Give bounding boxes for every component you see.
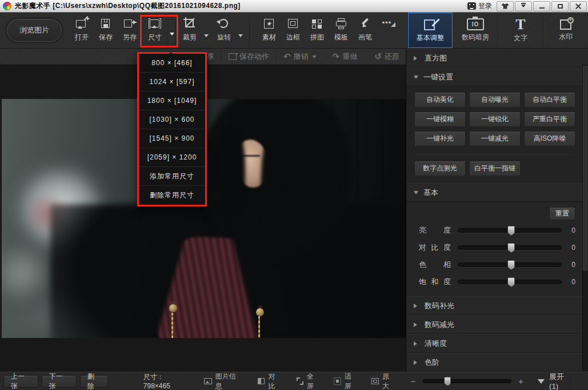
panel-digital-dim[interactable]: 数码减光 (406, 315, 588, 334)
save-as-button[interactable]: 另存 (118, 17, 142, 42)
panel-clarity[interactable]: 清晰度 (406, 334, 588, 353)
skin-button[interactable] (497, 1, 514, 11)
menu-notch (166, 47, 176, 57)
high-iso-denoise-button[interactable]: 高ISO降噪 (524, 131, 575, 146)
sidebar-scrollbar-thumb[interactable] (583, 66, 587, 270)
restore-icon: ↺ (374, 51, 382, 62)
spot-metering-button[interactable]: 数字点测光 (414, 161, 466, 176)
frame-button[interactable]: 边框 (281, 17, 305, 42)
size-option-1024x597[interactable]: 1024 × [597] (139, 73, 205, 91)
toolbar-items: 打开 保存 另存 尺寸 裁剪 旋转 ★ (70, 13, 397, 48)
reset-button[interactable]: 重置 (549, 207, 575, 220)
camera-icon: IO (467, 18, 484, 30)
titlebar-controls: 登录 (463, 0, 588, 13)
panel-levels[interactable]: 色阶 (406, 353, 588, 372)
sidebar-scrollbar[interactable] (582, 65, 588, 372)
size-button[interactable]: 尺寸 (142, 17, 168, 42)
save-action-button[interactable]: 保存动作 (229, 51, 269, 62)
main-toolbar: 浏览图片 打开 保存 另存 尺寸 裁剪 旋转 (0, 13, 588, 49)
fullscreen-button[interactable]: 全屏 (297, 372, 321, 390)
size-icon (149, 17, 161, 31)
statusbar-separator (572, 372, 573, 390)
contrast-slider-thumb[interactable] (507, 243, 515, 253)
tab-darkroom[interactable]: IO 数码暗房 (453, 13, 498, 48)
brush-button[interactable]: 画笔 (353, 17, 377, 42)
crop-button[interactable]: 裁剪 (178, 17, 202, 42)
login-button[interactable]: 登录 (463, 1, 497, 12)
panel-oneclick[interactable]: 一键设置 (406, 67, 588, 86)
collage-button[interactable]: 拼图 (305, 17, 329, 42)
oneclick-sharpen-button[interactable]: 一键锐化 (469, 112, 521, 127)
toolbar-separator (250, 18, 250, 45)
brightness-slider-thumb[interactable] (507, 226, 515, 236)
expanded-triangle-icon (414, 75, 418, 81)
zoom-slider[interactable] (423, 379, 511, 383)
zoom-out-button[interactable]: − (409, 376, 417, 386)
image-size-value: 798×465 (143, 382, 170, 390)
size-option-1800x1049[interactable]: 1800 × [1049] (139, 91, 205, 110)
oneclick-blur-button[interactable]: 一键模糊 (414, 112, 466, 127)
crop-dropdown-arrow[interactable] (204, 34, 209, 39)
undo-dropdown-arrow[interactable] (312, 55, 317, 61)
size-option-1545x900[interactable]: [1545] × 900 (139, 129, 205, 148)
saturation-slider-thumb[interactable] (507, 277, 515, 287)
actionbar-separator (221, 51, 222, 62)
maximize-button[interactable] (551, 1, 569, 11)
corner-triangle-icon (391, 22, 395, 27)
size-option-2059x1200[interactable]: [2059] × 1200 (139, 148, 205, 167)
collapse-icon (521, 5, 526, 10)
tab-text[interactable]: T 文字 (498, 13, 543, 48)
crop-icon (183, 17, 196, 31)
add-common-size-item[interactable]: 添加常用尺寸 (139, 167, 205, 186)
fit-screen-button[interactable]: 适屏 (334, 372, 358, 390)
saturation-label: 饱和度 (419, 277, 451, 287)
rotate-button[interactable]: 旋转 (212, 17, 236, 42)
tab-basic-adjust[interactable]: 基本调整 (407, 13, 453, 48)
template-button[interactable]: 模板 (329, 17, 353, 42)
collapsed-triangle-icon (414, 56, 419, 61)
contrast-slider[interactable] (458, 245, 562, 250)
actionbar-separator (276, 51, 277, 62)
redo-button[interactable]: ↷ 重做 (333, 51, 358, 62)
size-dropdown-arrow[interactable] (168, 19, 175, 48)
delete-image-button[interactable]: 删除 (80, 375, 108, 388)
zoom-in-button[interactable]: + (517, 376, 525, 386)
prev-image-button[interactable]: 上一张 (3, 375, 38, 388)
open-button[interactable]: 打开 (70, 17, 94, 42)
basic-adjust-icon (424, 18, 437, 31)
auto-beautify-button[interactable]: 自动美化 (414, 92, 466, 108)
panel-basic[interactable]: 基本 (406, 183, 588, 202)
whitebalance-picker-button[interactable]: 白平衡一指键 (469, 161, 521, 176)
expand-button[interactable]: 展开(1) (538, 372, 572, 390)
minimize-button[interactable] (533, 1, 550, 11)
next-image-button[interactable]: 下一张 (42, 375, 77, 388)
rotate-dropdown-arrow[interactable] (238, 34, 243, 39)
panel-histogram[interactable]: 直方图 (406, 49, 588, 67)
severe-whitebalance-button[interactable]: 严重白平衡 (524, 112, 575, 127)
image-info-button[interactable]: 图片信息 (204, 372, 242, 390)
zoom-slider-thumb[interactable] (444, 377, 451, 386)
browse-images-button[interactable]: 浏览图片 (7, 19, 62, 42)
more-tools-button[interactable]: ••• (377, 17, 397, 27)
size-option-1030x600[interactable]: [1030] × 600 (139, 110, 205, 129)
hue-slider-thumb[interactable] (507, 260, 515, 270)
delete-common-size-item[interactable]: 删除常用尺寸 (139, 186, 205, 205)
tab-watermark[interactable]: + 水印 (543, 13, 588, 48)
material-button[interactable]: ★ 素材 (257, 17, 281, 42)
oneclick-filllight-button[interactable]: 一键补光 (414, 131, 466, 146)
close-button[interactable] (570, 1, 587, 11)
save-button[interactable]: 保存 (94, 17, 118, 42)
restore-button[interactable]: ↺ 还原 (374, 51, 399, 62)
hue-slider[interactable] (458, 262, 562, 267)
compare-button[interactable]: 对比 (258, 372, 282, 390)
saturation-slider[interactable] (458, 280, 562, 284)
oneclick-dim-button[interactable]: 一键减光 (469, 131, 521, 146)
auto-exposure-button[interactable]: 自动曝光 (469, 92, 521, 108)
brightness-slider[interactable] (458, 228, 562, 233)
undo-button[interactable]: ↶ 撤销 (283, 51, 309, 62)
basic-body: 重置 亮度 0 对比度 0 色相 0 饱和度 0 (406, 202, 588, 296)
original-size-button[interactable]: 原大 (371, 372, 396, 390)
panel-digital-filllight[interactable]: 数码补光 (406, 296, 588, 315)
collapse-menu-button[interactable] (515, 1, 532, 11)
auto-whitebalance-button[interactable]: 自动白平衡 (524, 92, 575, 108)
